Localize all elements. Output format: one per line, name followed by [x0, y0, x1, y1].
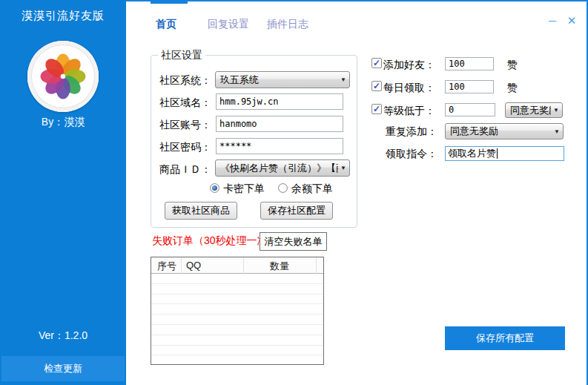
table-header-row: 序号 QQ 数量	[151, 257, 323, 274]
tab-home[interactable]: 首页	[156, 18, 176, 31]
flower-icon	[39, 52, 87, 101]
close-icon[interactable]: ✕	[564, 13, 579, 28]
product-id-label: 商品ＩＤ：	[159, 163, 211, 177]
level-below-input[interactable]	[445, 103, 495, 116]
save-community-config-button[interactable]: 保存社区配置	[260, 202, 333, 220]
fetch-products-button[interactable]: 获取社区商品	[165, 202, 237, 220]
repeat-add-select[interactable]: 同意无奖励 ▼	[445, 123, 564, 139]
level-below-label: 等级低于：	[383, 105, 435, 118]
community-system-select[interactable]: 玖五系统 ▼	[215, 71, 350, 88]
product-id-value: 《快刷名片赞（引流）》【商品	[220, 162, 338, 175]
app-title: 漠漠引流好友版	[0, 9, 126, 23]
community-settings-title: 社区设置	[158, 49, 205, 62]
check-update-button[interactable]: 检查更新	[1, 356, 125, 381]
table-body-empty	[151, 274, 323, 364]
community-domain-label: 社区域名：	[159, 96, 211, 110]
community-password-input[interactable]	[216, 138, 343, 154]
claim-command-input[interactable]: 领取名片赞	[445, 146, 564, 161]
repeat-add-value: 同意无奖励	[450, 125, 552, 138]
add-friend-label: 添加好友：	[383, 59, 435, 72]
balance-order-radio[interactable]	[278, 183, 288, 193]
community-domain-input[interactable]	[216, 93, 343, 110]
community-password-label: 社区密码：	[159, 141, 211, 154]
text-caret	[497, 148, 498, 159]
community-system-label: 社区系统：	[159, 74, 211, 88]
balance-order-label: 余额下单	[291, 182, 333, 196]
window-top-border	[126, 0, 588, 1]
app-logo	[27, 41, 99, 112]
clear-failed-list-button[interactable]: 清空失败名单	[260, 232, 327, 251]
active-tab-indicator	[151, 0, 188, 4]
level-below-action-value: 同意无奖励	[510, 104, 551, 117]
daily-claim-checkbox[interactable]: ✓	[371, 81, 382, 91]
community-account-input[interactable]	[216, 116, 343, 132]
version-label: Ver：1.2.0	[0, 329, 126, 343]
daily-claim-label: 每日领取：	[383, 82, 435, 95]
community-account-label: 社区账号：	[159, 119, 211, 132]
claim-command-label: 领取指令：	[386, 148, 437, 161]
tab-reply-settings[interactable]: 回复设置	[208, 18, 249, 31]
app-window: 漠漠引流好友版 By：漠漠 Ver：1.2.0 检查更新	[0, 0, 588, 385]
level-below-action-select[interactable]: 同意无奖励 ▼	[505, 102, 563, 118]
product-id-select[interactable]: 《快刷名片赞（引流）》【商品 ▼	[215, 159, 350, 177]
repeat-add-label: 重复添加：	[386, 125, 437, 139]
chevron-down-icon: ▼	[340, 165, 346, 171]
chevron-down-icon: ▼	[554, 128, 560, 135]
chevron-down-icon: ▼	[553, 107, 559, 113]
byline: By：漠漠	[0, 116, 126, 129]
tab-plugin-log[interactable]: 插件日志	[267, 18, 308, 31]
daily-claim-unit: 赞	[507, 82, 518, 95]
chevron-down-icon: ▼	[340, 76, 346, 83]
failed-orders-table[interactable]: 序号 QQ 数量	[151, 257, 324, 365]
sidebar: 漠漠引流好友版 By：漠漠 Ver：1.2.0 检查更新	[0, 0, 126, 385]
add-friend-checkbox[interactable]: ✓	[371, 58, 382, 68]
col-header-index: 序号	[157, 260, 176, 273]
minimize-icon[interactable]: ─	[545, 13, 560, 28]
save-all-config-button[interactable]: 保存所有配置	[445, 326, 565, 350]
card-order-label: 卡密下单	[223, 182, 265, 196]
col-header-quantity: 数量	[243, 260, 316, 273]
add-friend-unit: 赞	[507, 59, 518, 72]
col-header-qq: QQ	[186, 260, 201, 271]
add-friend-count-input[interactable]	[445, 57, 494, 70]
level-below-checkbox[interactable]: ✓	[371, 104, 382, 114]
community-system-value: 玖五系统	[220, 73, 338, 87]
card-order-radio[interactable]	[210, 183, 219, 193]
daily-claim-count-input[interactable]	[445, 80, 494, 93]
claim-command-value: 领取名片赞	[448, 147, 496, 160]
